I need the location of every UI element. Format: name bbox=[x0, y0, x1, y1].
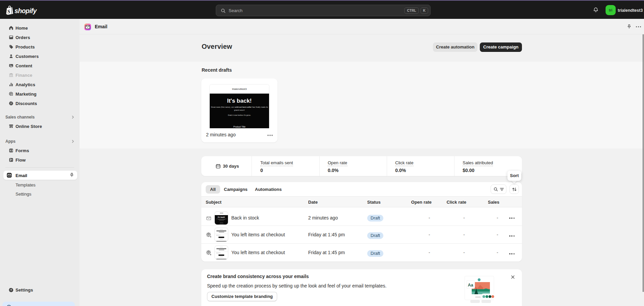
svg-text:S: S bbox=[7, 9, 10, 14]
svg-text:Aa: Aa bbox=[468, 283, 474, 287]
svg-text:shopify: shopify bbox=[14, 7, 37, 14]
